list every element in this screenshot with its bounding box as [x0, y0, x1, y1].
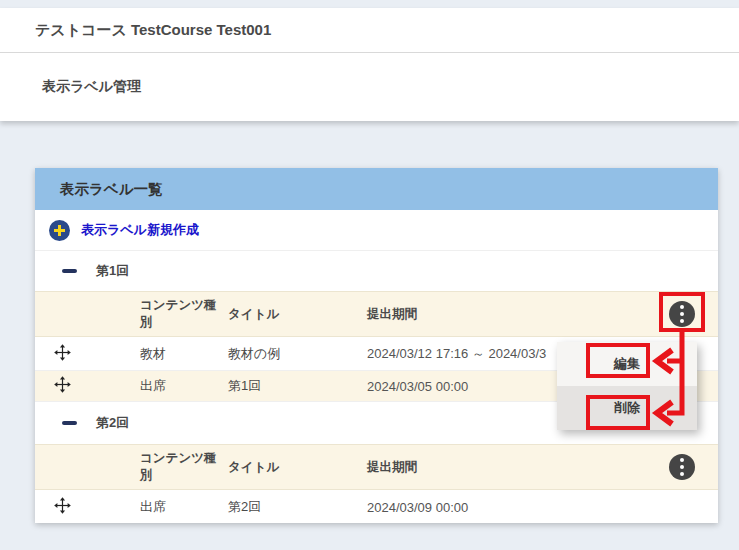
column-header-period: 提出期間	[367, 306, 417, 323]
table-header-row: コンテンツ種別 タイトル 提出期間	[35, 444, 718, 490]
context-menu: 編集 削除	[557, 342, 697, 430]
table-row: 出席 第2回 2024/03/09 00:00	[35, 490, 718, 523]
table-header-row: コンテンツ種別 タイトル 提出期間	[35, 291, 718, 337]
column-header-title: タイトル	[228, 306, 279, 323]
row-content-type: 出席	[140, 498, 166, 516]
row-period: 2024/03/05 00:00	[367, 379, 468, 394]
row-title: 第1回	[228, 377, 261, 395]
section-label: 第2回	[96, 414, 129, 432]
kebab-menu-icon[interactable]	[669, 454, 695, 480]
row-title: 教材の例	[228, 345, 280, 363]
collapse-minus-icon[interactable]	[62, 421, 77, 425]
page-header: テストコース TestCourse Test001 表示ラベル管理	[0, 8, 739, 121]
page-title: 表示ラベル管理	[0, 53, 739, 121]
column-header-content-type: コンテンツ種別	[140, 297, 228, 331]
section-label: 第1回	[96, 262, 129, 280]
row-content-type: 出席	[140, 377, 166, 395]
row-period: 2024/03/09 00:00	[367, 499, 468, 514]
menu-item-delete[interactable]: 削除	[557, 386, 697, 430]
column-header-content-type: コンテンツ種別	[140, 450, 228, 484]
column-header-period: 提出期間	[367, 459, 417, 476]
move-handle-icon[interactable]	[54, 344, 71, 364]
create-label-row: 表示ラベル新規作成	[35, 210, 718, 250]
create-label-link[interactable]: 表示ラベル新規作成	[81, 221, 199, 239]
menu-item-edit[interactable]: 編集	[557, 342, 697, 386]
row-content-type: 教材	[140, 345, 166, 363]
column-header-title: タイトル	[228, 459, 279, 476]
move-handle-icon[interactable]	[54, 497, 71, 517]
plus-icon[interactable]	[49, 220, 70, 241]
move-handle-icon[interactable]	[54, 376, 71, 396]
collapse-minus-icon[interactable]	[62, 269, 77, 273]
row-period: 2024/03/12 17:16 ～ 2024/03/3	[367, 345, 546, 363]
panel-title: 表示ラベル一覧	[35, 168, 718, 210]
kebab-menu-icon[interactable]	[669, 301, 695, 327]
row-title: 第2回	[228, 498, 261, 516]
course-title: テストコース TestCourse Test001	[0, 8, 739, 53]
section-row-1: 第1回	[35, 250, 718, 291]
